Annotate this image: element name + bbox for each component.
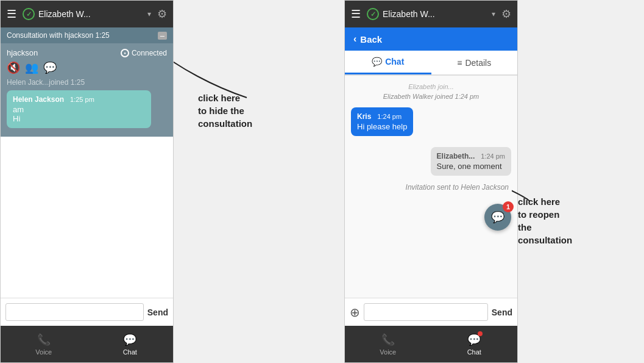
plus-button[interactable]: ⊕: [350, 305, 360, 320]
connected-dot: [121, 49, 129, 57]
agent-time: 1:24 pm: [481, 153, 505, 160]
right-header: ☰ ‹ Back Elizabeth W... ▾ ⚙: [345, 1, 517, 27]
right-hamburger-icon[interactable]: ☰: [351, 7, 361, 21]
right-bottom-nav: 📞 Voice 💬 Chat: [345, 326, 517, 362]
agent-bubble: Elizabeth... 1:24 pm Sure, one moment: [431, 147, 511, 176]
left-agent-name: Elizabeth W...: [38, 9, 145, 19]
action-icons-row: 🔇 👥 💬: [7, 61, 167, 74]
fab-icon: 💬: [491, 210, 504, 224]
tabs-row: 💬 Chat ≡ Details: [345, 51, 517, 76]
customer-sender: Kris 1:24 pm: [357, 112, 407, 121]
right-nav-voice[interactable]: 📞 Voice: [345, 326, 431, 362]
right-voice-icon: 📞: [381, 333, 395, 347]
right-settings-icon[interactable]: ⚙: [501, 7, 511, 21]
left-panel: ☰ Elizabeth W... ▾ ⚙ Consultation with h…: [0, 0, 174, 363]
left-send-button[interactable]: Send: [147, 307, 168, 317]
consultation-bar-title: Consultation with hjackson 1:25: [7, 31, 110, 40]
left-bottom-nav: 📞 Voice 💬 Chat: [1, 326, 173, 362]
chat-badge-wrapper: 💬: [467, 333, 481, 347]
left-dropdown-arrow[interactable]: ▾: [147, 10, 151, 18]
left-annotation: click hereto hide theconsultation: [198, 92, 252, 130]
right-chat-input[interactable]: [364, 303, 488, 321]
tab-details-label: Details: [465, 58, 491, 68]
left-settings-icon[interactable]: ⚙: [157, 7, 167, 21]
people-icon[interactable]: 👥: [25, 61, 38, 74]
right-send-button[interactable]: Send: [492, 307, 512, 317]
system-msg-2: Elizabeth Walker joined 1:24 pm: [351, 93, 511, 100]
consultation-username: hjackson: [7, 48, 38, 57]
right-voice-label: Voice: [380, 348, 396, 356]
left-chat-tab-icon: 💬: [123, 333, 136, 347]
left-header: ☰ Elizabeth W... ▾ ⚙: [1, 1, 173, 27]
invite-text: Invitation sent to Helen Jackson: [351, 183, 511, 192]
left-chat-input[interactable]: [5, 303, 144, 321]
chat-notification-dot: [478, 331, 483, 336]
right-panel: ☰ ‹ Back Elizabeth W... ▾ ⚙ ‹ Back 💬 Cha…: [344, 0, 518, 363]
left-chat-label: Chat: [123, 348, 137, 356]
left-nav-chat[interactable]: 💬 Chat: [87, 326, 174, 362]
tab-details[interactable]: ≡ Details: [431, 51, 518, 74]
mute-icon[interactable]: 🔇: [7, 61, 20, 74]
left-status-dot: [23, 8, 35, 20]
tab-chat[interactable]: 💬 Chat: [345, 51, 431, 74]
connected-badge: Connected: [121, 49, 167, 57]
customer-time: 1:24 pm: [377, 113, 402, 120]
consultation-fab[interactable]: 💬 1: [484, 204, 511, 231]
tab-chat-label: Chat: [385, 57, 404, 66]
left-hamburger-icon[interactable]: ☰: [7, 7, 16, 21]
right-dropdown-arrow[interactable]: ▾: [492, 10, 495, 18]
app-container: ☰ Elizabeth W... ▾ ⚙ Consultation with h…: [0, 0, 644, 363]
tab-chat-icon: 💬: [372, 57, 382, 66]
back-bar[interactable]: ‹ Back: [345, 27, 517, 51]
left-voice-label: Voice: [35, 348, 52, 356]
right-arrow-svg: [512, 110, 634, 232]
back-label: Back: [360, 34, 382, 45]
bubble-line2: Hi: [13, 114, 145, 123]
customer-message-row: Kris 1:24 pm Hi please help: [351, 104, 511, 140]
back-arrow-icon: ‹: [353, 34, 356, 45]
right-annotation: click hereto reopentheconsultation: [518, 195, 572, 246]
bubble-line1: am: [13, 105, 145, 114]
system-msg-1: Elizabeth join...: [351, 83, 511, 90]
agent-message-row: Elizabeth... 1:24 pm Sure, one moment: [351, 143, 511, 179]
agent-sender: Elizabeth... 1:24 pm: [437, 152, 505, 160]
consultation-connected-row: hjackson Connected: [7, 48, 167, 57]
consultation-bar: Consultation with hjackson 1:25 –: [1, 27, 173, 43]
right-chat-label: Chat: [467, 348, 481, 356]
customer-message-text: Hi please help: [357, 122, 407, 131]
consultation-content: hjackson Connected 🔇 👥 💬 Helen Jack...jo…: [1, 43, 173, 137]
left-chat-input-area: Send: [1, 298, 173, 326]
bubble-sender: Helen Jackson 1:25 pm: [13, 95, 145, 104]
left-chat-bubble: Helen Jackson 1:25 pm am Hi: [7, 90, 151, 128]
right-status-dot: [367, 8, 379, 20]
right-agent-name-text: Elizabeth W...: [383, 9, 489, 19]
right-input-area: ⊕ Send: [345, 298, 517, 326]
left-nav-voice[interactable]: 📞 Voice: [1, 326, 87, 362]
customer-bubble: Kris 1:24 pm Hi please help: [351, 107, 413, 136]
join-text: Helen Jack...joined 1:25: [7, 78, 167, 87]
right-nav-chat[interactable]: 💬 Chat: [431, 326, 518, 362]
minimize-button[interactable]: –: [158, 32, 167, 40]
chat-icon-action[interactable]: 💬: [43, 61, 57, 74]
tab-details-icon: ≡: [457, 58, 462, 68]
left-voice-icon: 📞: [37, 333, 51, 347]
messages-area: Elizabeth join... Elizabeth Walker joine…: [345, 76, 517, 298]
agent-message-text: Sure, one moment: [437, 162, 505, 171]
bubble-time: 1:25 pm: [70, 96, 94, 103]
fab-badge: 1: [503, 201, 514, 212]
connected-label: Connected: [132, 49, 167, 57]
left-arrow-svg: [174, 37, 344, 146]
